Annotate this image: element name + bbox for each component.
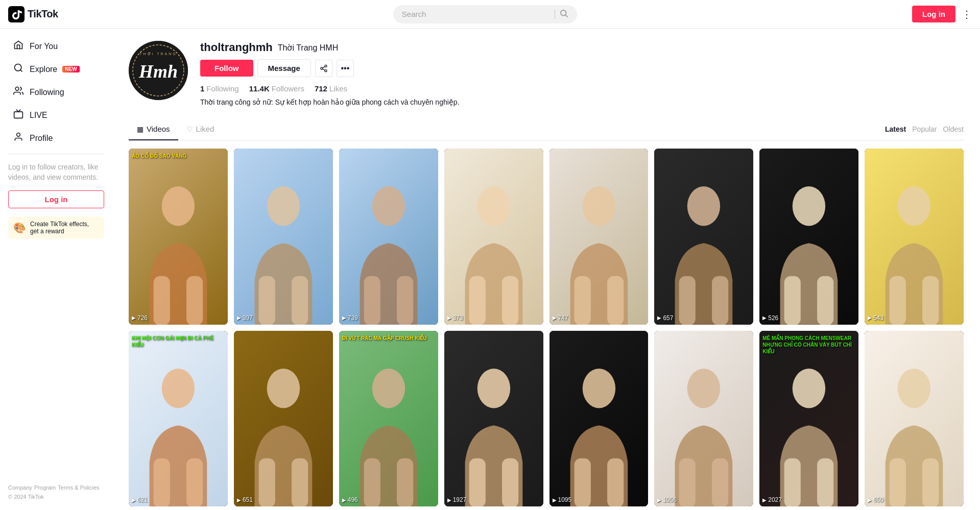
tiktok-logo[interactable]: TikTok — [8, 6, 58, 22]
likes-label: Likes — [329, 84, 347, 93]
sort-latest[interactable]: Latest — [885, 125, 906, 133]
play-icon: ▶ — [553, 315, 557, 321]
followers-stat[interactable]: 11.4K Followers — [249, 84, 304, 93]
svg-point-7 — [17, 133, 20, 137]
nav-left: TikTok — [8, 6, 58, 22]
video-card-v3[interactable]: ▶739 — [339, 149, 438, 325]
svg-rect-6 — [14, 112, 23, 118]
search-input[interactable] — [402, 10, 551, 18]
tab-videos[interactable]: ▦ Videos — [129, 118, 178, 140]
copyright-text: © 2024 TikTok — [8, 494, 104, 500]
menu-icon[interactable]: ⋮ — [962, 8, 972, 20]
video-card-v1[interactable]: ÁO CỔ ĐỎ SAO VÀNG ▶726 — [129, 149, 228, 325]
search-icon[interactable] — [559, 9, 568, 20]
svg-point-14 — [325, 69, 327, 71]
play-icon: ▶ — [342, 497, 346, 503]
sidebar-item-following[interactable]: Following — [4, 81, 108, 104]
video-grid: ÁO CỔ ĐỎ SAO VÀNG ▶726 ▶397 — [129, 149, 964, 510]
sidebar-footer-links: Company Program Terms & Policies — [8, 484, 104, 491]
video-card-v13[interactable]: ▶1095 — [549, 331, 649, 507]
video-views: ▶397 — [237, 314, 253, 322]
svg-rect-0 — [8, 6, 25, 22]
share-icon — [320, 64, 328, 72]
explore-new-badge: NEW — [62, 66, 79, 72]
create-effects-banner[interactable]: 🎨 Create TikTok effects, get a reward — [8, 216, 104, 239]
tab-liked[interactable]: ♡ Liked — [178, 118, 223, 140]
video-card-v16[interactable]: ▶650 — [865, 331, 964, 507]
play-icon: ▶ — [553, 497, 557, 503]
sidebar-item-live-label: LIVE — [30, 111, 47, 120]
following-stat[interactable]: 1 Following — [200, 84, 239, 93]
profile-username: tholtranghmh — [200, 41, 273, 54]
footer-program[interactable]: Program — [34, 484, 56, 491]
video-card-v14[interactable]: ▶1056 — [654, 331, 753, 507]
explore-icon — [12, 63, 25, 76]
svg-text:Hmh: Hmh — [138, 61, 178, 82]
svg-point-3 — [15, 64, 21, 71]
play-icon: ▶ — [657, 497, 661, 503]
following-count: 1 — [200, 84, 204, 93]
likes-count: 712 — [315, 84, 327, 93]
share-button[interactable] — [315, 60, 332, 77]
video-card-v8[interactable]: ▶543 — [865, 149, 964, 325]
footer-company[interactable]: Company — [8, 484, 32, 491]
profile-header: THỜI TRANG Hmh tholtranghmh Thời Trang H… — [129, 41, 964, 106]
svg-text:THỜI TRANG: THỜI TRANG — [139, 52, 177, 56]
profile-tabs: ▦ Videos ♡ Liked Latest Popular Oldest — [129, 118, 964, 140]
likes-stat[interactable]: 712 Likes — [315, 84, 347, 93]
message-button[interactable]: Message — [257, 59, 311, 77]
play-icon: ▶ — [657, 315, 661, 321]
sidebar-item-explore-label: Explore — [30, 65, 57, 74]
search-bar — [393, 5, 577, 23]
video-card-v4[interactable]: ▶373 — [444, 149, 543, 325]
video-card-v7[interactable]: ▶526 — [759, 149, 858, 325]
video-card-v15[interactable]: MÊ MẨN PHONG CÁCH MENSWEAR NHƯNG CHỈ CÓ … — [759, 331, 858, 507]
video-card-v12[interactable]: ▶1927 — [444, 331, 543, 507]
video-views: ▶2027 — [762, 496, 782, 503]
sidebar-item-profile[interactable]: Profile — [4, 127, 108, 150]
tabs-sort: Latest Popular Oldest — [885, 125, 964, 133]
profile-avatar: THỜI TRANG Hmh — [129, 41, 188, 100]
play-icon: ▶ — [762, 497, 767, 503]
video-views: ▶650 — [868, 496, 883, 503]
play-icon: ▶ — [447, 315, 451, 321]
sidebar-item-for-you[interactable]: For You — [4, 35, 108, 58]
login-button[interactable]: Log in — [912, 6, 955, 22]
svg-point-12 — [325, 65, 327, 67]
more-button[interactable]: ••• — [337, 60, 354, 77]
profile-stats: 1 Following 11.4K Followers 712 Likes — [200, 84, 964, 93]
video-card-v9[interactable]: KHI HỘI CON GÁI HẸN ĐI CÀ PHÊ KIỂU ▶621 — [129, 331, 228, 507]
liked-tab-icon: ♡ — [186, 125, 193, 133]
video-card-v2[interactable]: ▶397 — [234, 149, 333, 325]
play-icon: ▶ — [868, 315, 872, 321]
play-icon: ▶ — [868, 497, 872, 503]
create-effects-text: Create TikTok effects, get a reward — [30, 221, 99, 235]
sidebar-item-live[interactable]: LIVE — [4, 104, 108, 127]
video-card-v11[interactable]: ĐI VỨT RÁC MÀ GẶP CRUSH KIỂU ▶496 — [339, 331, 438, 507]
sidebar-item-explore[interactable]: Explore NEW — [4, 58, 108, 81]
profile-username-row: tholtranghmh Thời Trang HMH — [200, 41, 964, 54]
play-icon: ▶ — [447, 497, 451, 503]
home-icon — [12, 40, 25, 53]
following-label: Following — [206, 84, 238, 93]
video-card-v5[interactable]: ▶747 — [549, 149, 649, 325]
sort-popular[interactable]: Popular — [912, 125, 937, 133]
play-icon: ▶ — [237, 315, 241, 321]
follow-button[interactable]: Follow — [200, 60, 253, 77]
video-card-v10[interactable]: ▶651 — [234, 331, 333, 507]
footer-terms[interactable]: Terms & Policies — [58, 484, 99, 491]
videos-tab-label: Videos — [147, 125, 170, 133]
svg-point-13 — [321, 67, 323, 69]
search-divider — [555, 10, 555, 19]
svg-point-1 — [561, 10, 566, 16]
profile-info: tholtranghmh Thời Trang HMH Follow Messa… — [200, 41, 964, 106]
play-icon: ▶ — [132, 497, 136, 503]
video-card-v6[interactable]: ▶657 — [654, 149, 753, 325]
live-icon — [12, 109, 25, 122]
videos-tab-icon: ▦ — [137, 125, 144, 133]
video-views: ▶747 — [553, 314, 568, 322]
video-views: ▶373 — [447, 314, 463, 322]
sidebar-login-button[interactable]: Log in — [8, 190, 104, 208]
sort-oldest[interactable]: Oldest — [943, 125, 964, 133]
sidebar-item-profile-label: Profile — [30, 134, 53, 143]
